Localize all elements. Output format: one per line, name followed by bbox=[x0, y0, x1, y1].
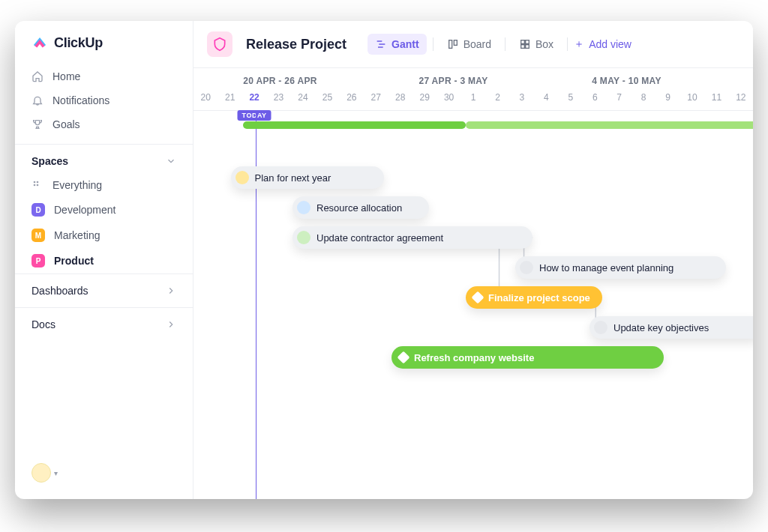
task-status-dot-icon bbox=[297, 231, 310, 244]
summary-bar bbox=[243, 121, 466, 129]
chevron-down-icon bbox=[166, 156, 176, 166]
task-label: Refresh company website bbox=[414, 352, 534, 363]
day-cell[interactable]: 6 bbox=[583, 89, 607, 110]
separator bbox=[433, 37, 434, 51]
task-bar[interactable]: Finalize project scope bbox=[466, 286, 602, 309]
day-cell[interactable]: 24 bbox=[291, 89, 315, 110]
sidebar-item-product[interactable]: P Product bbox=[15, 248, 193, 273]
day-cell[interactable]: 10 bbox=[680, 89, 704, 110]
task-label: Update key objectives bbox=[614, 322, 709, 333]
space-badge-icon: P bbox=[32, 254, 45, 267]
task-status-dot-icon bbox=[297, 201, 310, 214]
task-status-dot-icon bbox=[594, 321, 608, 334]
day-cell[interactable]: 29 bbox=[412, 89, 436, 110]
tab-board[interactable]: Board bbox=[440, 34, 499, 55]
day-cell[interactable]: 1 bbox=[461, 89, 485, 110]
day-cell[interactable]: 27 bbox=[364, 89, 388, 110]
gantt-chart[interactable]: Plan for next yearResource allocationUpd… bbox=[194, 111, 753, 499]
milestone-diamond-icon bbox=[472, 291, 484, 304]
day-cell[interactable]: 11 bbox=[704, 89, 728, 110]
space-label: Product bbox=[54, 255, 94, 267]
week-label: 4 MAY - 10 MAY bbox=[540, 68, 713, 89]
day-cell[interactable]: 2 bbox=[485, 89, 509, 110]
add-view-label: Add view bbox=[589, 38, 632, 50]
space-badge-icon: M bbox=[32, 229, 45, 242]
nav-label: Dashboards bbox=[32, 285, 88, 297]
week-label: 20 APR - 26 APR bbox=[194, 68, 367, 89]
project-title: Release Project bbox=[246, 37, 346, 52]
space-badge-icon: D bbox=[32, 203, 45, 217]
view-tabs: Gantt Board Box ＋ Add view bbox=[368, 34, 632, 55]
task-status-dot-icon bbox=[520, 261, 533, 274]
clickup-logo-icon bbox=[32, 34, 48, 51]
section-title: Spaces bbox=[32, 155, 68, 167]
tab-label: Board bbox=[464, 38, 491, 50]
sidebar-item-marketing[interactable]: M Marketing bbox=[15, 223, 193, 248]
nav-label: Docs bbox=[32, 318, 56, 330]
nav-home[interactable]: Home bbox=[15, 64, 193, 88]
day-cell[interactable]: 26 bbox=[340, 89, 364, 110]
chevron-right-icon bbox=[166, 319, 176, 330]
day-cell[interactable]: 25 bbox=[315, 89, 339, 110]
svg-rect-12 bbox=[526, 45, 530, 49]
week-label: 27 APR - 3 MAY bbox=[367, 68, 540, 89]
day-cell[interactable]: 21 bbox=[218, 89, 242, 110]
sidebar-item-development[interactable]: D Development bbox=[15, 197, 193, 223]
task-bar[interactable]: Update key objectives bbox=[590, 316, 753, 339]
day-cell[interactable]: 5 bbox=[559, 89, 583, 110]
task-label: How to manage event planning bbox=[539, 262, 674, 273]
svg-rect-8 bbox=[454, 40, 457, 46]
task-label: Plan for next year bbox=[255, 172, 332, 184]
day-cell[interactable]: 20 bbox=[194, 89, 218, 110]
day-cell[interactable]: 9 bbox=[656, 89, 680, 110]
svg-point-3 bbox=[37, 184, 39, 187]
brand-name: ClickUp bbox=[54, 35, 103, 51]
space-label: Everything bbox=[52, 179, 102, 191]
topbar: Release Project Gantt Board Box bbox=[194, 21, 753, 68]
task-label: Update contractor agreement bbox=[316, 232, 443, 244]
home-icon bbox=[32, 70, 44, 82]
user-menu[interactable]: ▾ bbox=[15, 463, 193, 490]
day-cell[interactable]: 7 bbox=[607, 89, 631, 110]
trophy-icon bbox=[32, 118, 44, 130]
svg-point-0 bbox=[34, 181, 36, 184]
app-window: ClickUp Home Notifications Goals Spaces … bbox=[15, 21, 753, 499]
tab-box[interactable]: Box bbox=[512, 34, 561, 55]
main-area: Release Project Gantt Board Box bbox=[194, 21, 753, 499]
day-cell[interactable]: 3 bbox=[510, 89, 534, 110]
task-bar[interactable]: Resource allocation bbox=[292, 196, 429, 219]
tab-gantt[interactable]: Gantt bbox=[368, 34, 427, 55]
task-bar[interactable]: How to manage event planning bbox=[515, 256, 726, 279]
plus-icon: ＋ bbox=[574, 37, 584, 51]
tab-label: Gantt bbox=[392, 38, 419, 50]
add-view-button[interactable]: ＋ Add view bbox=[574, 37, 632, 51]
chevron-right-icon bbox=[166, 285, 176, 296]
spaces-header[interactable]: Spaces bbox=[15, 144, 193, 173]
bell-icon bbox=[32, 94, 44, 106]
day-cell[interactable]: 28 bbox=[388, 89, 412, 110]
day-cell[interactable]: 4 bbox=[534, 89, 558, 110]
day-cell[interactable]: 12 bbox=[729, 89, 753, 110]
day-cell[interactable]: 22TODAY bbox=[242, 89, 266, 110]
day-cell[interactable]: 30 bbox=[436, 89, 460, 110]
separator bbox=[567, 37, 568, 51]
project-icon bbox=[207, 31, 232, 57]
task-status-dot-icon bbox=[236, 171, 249, 184]
nav-goals[interactable]: Goals bbox=[15, 112, 193, 136]
nav-dashboards[interactable]: Dashboards bbox=[15, 273, 193, 307]
summary-bar bbox=[466, 121, 753, 129]
day-cell[interactable]: 8 bbox=[632, 89, 656, 110]
nav-notifications[interactable]: Notifications bbox=[15, 88, 193, 112]
task-bar[interactable]: Plan for next year bbox=[231, 166, 385, 189]
task-bar[interactable]: Refresh company website bbox=[392, 346, 664, 369]
tab-label: Box bbox=[536, 38, 554, 50]
task-bar[interactable]: Update contractor agreement bbox=[292, 226, 532, 249]
nav-docs[interactable]: Docs bbox=[15, 307, 193, 341]
avatar bbox=[32, 463, 51, 483]
svg-point-2 bbox=[34, 184, 36, 187]
svg-rect-10 bbox=[526, 40, 530, 44]
timeline-header: 20 APR - 26 APR27 APR - 3 MAY4 MAY - 10 … bbox=[194, 68, 753, 111]
day-cell[interactable]: 23 bbox=[266, 89, 290, 110]
space-everything[interactable]: Everything bbox=[15, 173, 193, 197]
svg-rect-11 bbox=[521, 45, 525, 49]
